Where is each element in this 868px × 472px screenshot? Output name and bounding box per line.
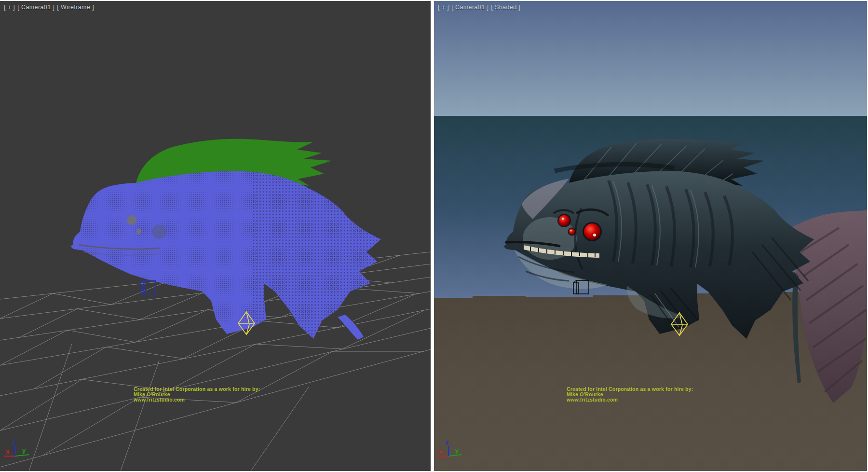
fish-eye: [569, 229, 575, 235]
viewport-shaded[interactable]: x y z [ + ] [ Camera01 ] [ Shaded ] Crea…: [434, 1, 867, 471]
viewport-label: [ + ] [ Camera01 ] [ Wireframe ]: [4, 4, 94, 11]
fish-eye: [559, 215, 570, 226]
axis-y-label: y: [22, 447, 26, 454]
fish-eye: [584, 223, 600, 240]
viewport-expand-button[interactable]: [ + ]: [4, 4, 15, 11]
viewport-wireframe[interactable]: x y z [ + ] [ Camera01 ] [ Wireframe ] C…: [0, 1, 431, 471]
viewport-shading-button[interactable]: [ Shaded ]: [491, 4, 520, 11]
axis-y-label: y: [455, 447, 459, 454]
watermark-line: www.fritzstudio.com: [567, 397, 711, 403]
fish-fin-fragment: [338, 315, 364, 340]
watermark-line: www.fritzstudio.com: [134, 397, 278, 403]
fish-stipple-dense: [251, 160, 386, 348]
axis-gizmo: x y z: [4, 439, 29, 456]
viewport-label: [ + ] [ Camera01 ] [ Shaded ]: [438, 4, 520, 11]
viewport-expand-button[interactable]: [ + ]: [438, 4, 449, 11]
viewport-splitter[interactable]: [431, 0, 434, 472]
viewport-camera-button[interactable]: [ Camera01 ]: [451, 4, 488, 11]
axis-z-label: z: [446, 439, 449, 446]
viewport-shading-button[interactable]: [ Wireframe ]: [57, 4, 94, 11]
fish-wireframe[interactable]: [70, 139, 386, 348]
axis-z-label: z: [13, 439, 16, 446]
sky: [434, 1, 867, 116]
watermark: Created for Intel Corporation as a work …: [567, 387, 711, 403]
axis-x-label: x: [6, 448, 10, 455]
axis-x-label: x: [439, 448, 443, 455]
watermark: Created for Intel Corporation as a work …: [134, 387, 278, 403]
viewport-camera-button[interactable]: [ Camera01 ]: [17, 4, 54, 11]
